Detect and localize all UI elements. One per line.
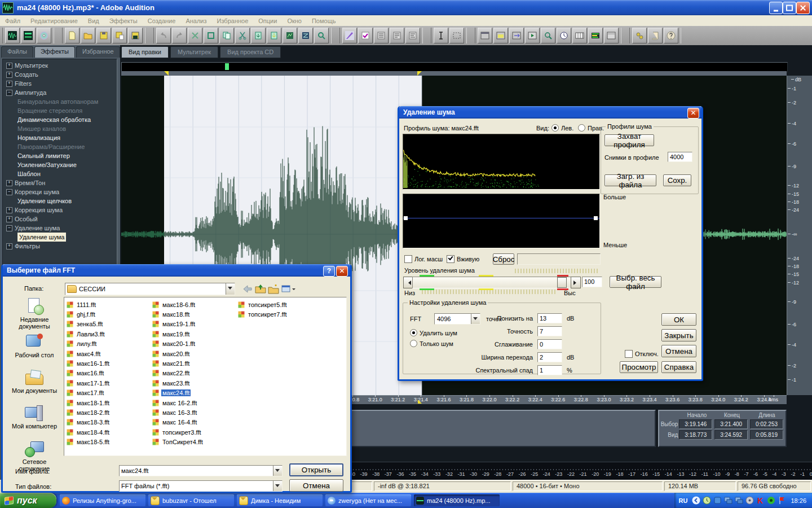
network2-icon[interactable] bbox=[735, 496, 743, 505]
task-button-4[interactable]: ma24 (48000 Hz).mp... bbox=[414, 494, 500, 506]
repeat-command-button[interactable] bbox=[188, 28, 202, 43]
file-item[interactable]: макс18-5.fft bbox=[67, 437, 152, 446]
field-input-3[interactable]: 2 bbox=[537, 352, 562, 362]
fft-dialog-close-icon[interactable]: ✕ bbox=[336, 266, 348, 277]
tree-item-17[interactable]: +Особый bbox=[3, 214, 117, 224]
envelope-left-handle[interactable] bbox=[404, 216, 408, 220]
file-item[interactable]: макс18-2.fft bbox=[67, 408, 152, 417]
scrub-tool-button[interactable] bbox=[314, 28, 329, 43]
tree-item-9[interactable]: Панорама/Расширение bbox=[3, 142, 117, 151]
tree-item-11[interactable]: Усиление/Затухание bbox=[3, 160, 117, 169]
view-tab-0[interactable]: Вид правки bbox=[121, 46, 169, 58]
file-item[interactable]: топсикрет3.fft bbox=[152, 427, 238, 437]
selection-start-marker[interactable] bbox=[164, 71, 169, 76]
open-file-button[interactable] bbox=[81, 28, 95, 43]
file-item[interactable]: макс 16-3.fft bbox=[152, 408, 238, 417]
organizer-tab-2[interactable]: Избранное bbox=[76, 46, 120, 58]
back-icon[interactable] bbox=[242, 284, 253, 294]
organizer-tab-0[interactable]: Файлы bbox=[1, 46, 33, 58]
collapse-icon[interactable]: − bbox=[6, 189, 12, 195]
file-item[interactable]: 1111.fft bbox=[67, 300, 152, 309]
help-button[interactable]: Справка bbox=[661, 361, 696, 373]
file-item[interactable]: лилу.fft bbox=[67, 339, 152, 349]
view-left-radio[interactable]: Лев. bbox=[551, 124, 573, 132]
save-all-button[interactable] bbox=[128, 28, 143, 43]
copy-button[interactable] bbox=[219, 28, 234, 43]
flag-icon[interactable] bbox=[778, 496, 786, 505]
file-item[interactable]: макс16.fft bbox=[67, 369, 152, 378]
file-item[interactable]: макс24.fft bbox=[152, 388, 238, 398]
place-docs[interactable]: Мои документы bbox=[8, 369, 60, 405]
preview-button[interactable]: Просмотр bbox=[620, 361, 658, 373]
redo-button[interactable] bbox=[172, 28, 187, 43]
tree-item-10[interactable]: Сильный лимитер bbox=[3, 151, 117, 160]
menu-2[interactable]: Вид bbox=[83, 17, 104, 24]
tree-item-15[interactable]: Удаление щелчков bbox=[3, 196, 117, 205]
expand-icon[interactable]: + bbox=[6, 81, 12, 87]
chevron-icon[interactable] bbox=[692, 496, 700, 505]
tree-item-12[interactable]: Шаблон bbox=[3, 169, 117, 178]
field-input-2[interactable]: 0 bbox=[537, 339, 562, 349]
filetype-combobox[interactable]: FFT файлы (*.fft) bbox=[119, 480, 283, 492]
expand-icon[interactable]: + bbox=[6, 180, 12, 186]
batch-list-button[interactable] bbox=[405, 28, 420, 43]
task-button-1[interactable]: bubuzavr - Отошел bbox=[148, 494, 234, 506]
menu-3[interactable]: Эффекты bbox=[104, 17, 143, 24]
tree-item-19[interactable]: Удаление шума bbox=[3, 233, 117, 242]
multitrack-view-button[interactable] bbox=[21, 28, 36, 43]
cancel-button[interactable]: Отмена bbox=[661, 345, 696, 357]
noise-dialog-close-icon[interactable]: ✕ bbox=[687, 108, 699, 119]
menu-1[interactable]: Редактирование bbox=[25, 17, 83, 24]
menu-6[interactable]: Избранное bbox=[212, 17, 254, 24]
ok-button[interactable]: ОК bbox=[661, 313, 696, 326]
view-menu-icon[interactable] bbox=[281, 284, 296, 294]
settings-gears-button[interactable] bbox=[632, 28, 647, 43]
file-item[interactable]: макс21.fft bbox=[152, 358, 238, 368]
disc-icon[interactable] bbox=[745, 496, 754, 505]
view-tab-2[interactable]: Вид проекта CD bbox=[220, 46, 281, 58]
task-button-3[interactable]: zweryga (Нет на мес... bbox=[325, 494, 411, 506]
file-item[interactable]: макс18-4.fft bbox=[67, 427, 152, 437]
file-item[interactable]: макс20.fft bbox=[152, 349, 238, 358]
file-item[interactable]: макс18-6.fft bbox=[152, 300, 238, 309]
expand-icon[interactable]: + bbox=[6, 207, 12, 213]
undo-button[interactable] bbox=[156, 28, 171, 43]
clock-icon[interactable] bbox=[703, 496, 711, 505]
file-item[interactable]: макс4.fft bbox=[67, 349, 152, 358]
organizer-tab-1[interactable]: Эффекты bbox=[34, 46, 75, 58]
selection-end-marker[interactable] bbox=[417, 71, 422, 76]
save-file-button[interactable] bbox=[96, 28, 111, 43]
slider-handle[interactable] bbox=[557, 277, 567, 288]
session-info-window-button[interactable] bbox=[509, 28, 524, 43]
cut-button[interactable] bbox=[235, 28, 250, 43]
noise-envelope-graph[interactable] bbox=[403, 194, 600, 248]
noise-level-input[interactable]: 100 bbox=[582, 277, 602, 287]
file-item[interactable]: макс19-1.fft bbox=[152, 319, 238, 329]
paste-to-new-button[interactable] bbox=[267, 28, 281, 43]
overview-position-marker[interactable] bbox=[225, 63, 229, 70]
fft-size-select[interactable]: 4096 bbox=[434, 313, 480, 325]
reset-button[interactable]: Сброс bbox=[493, 253, 514, 265]
file-item[interactable]: Лавли3.fft bbox=[67, 329, 152, 339]
tree-item-0[interactable]: +Мультитрек bbox=[3, 61, 117, 70]
cd-project-view-button[interactable] bbox=[37, 28, 51, 43]
view-tab-1[interactable]: Мультитрек bbox=[170, 46, 218, 58]
field-input-1[interactable]: 7 bbox=[537, 326, 562, 336]
cancel-file-button[interactable]: Отмена bbox=[289, 479, 343, 492]
menu-8[interactable]: Окно bbox=[282, 17, 307, 24]
bypass-checkbox[interactable]: Отключ. bbox=[625, 350, 659, 358]
tree-item-20[interactable]: +Фильтры bbox=[3, 242, 117, 251]
paste-button[interactable] bbox=[251, 28, 266, 43]
tree-item-5[interactable]: Вращение стереополя bbox=[3, 106, 117, 115]
tree-item-7[interactable]: Микшер каналов bbox=[3, 124, 117, 133]
network-icon[interactable] bbox=[724, 496, 732, 505]
file-item[interactable]: макс18.fft bbox=[152, 309, 238, 319]
file-item[interactable]: макс 16-2.fft bbox=[152, 398, 238, 408]
file-item[interactable]: макс22.fft bbox=[152, 369, 238, 378]
noise-level-slider[interactable] bbox=[412, 277, 571, 288]
file-item[interactable]: макс18-1.fft bbox=[67, 398, 152, 408]
load-from-file-button[interactable]: Загр. из файла bbox=[604, 174, 656, 186]
fft-dialog-help-icon[interactable]: ? bbox=[323, 266, 335, 277]
menu-9[interactable]: Помощь bbox=[307, 17, 341, 24]
remove-noise-radio[interactable]: Удалить шум bbox=[410, 329, 457, 336]
